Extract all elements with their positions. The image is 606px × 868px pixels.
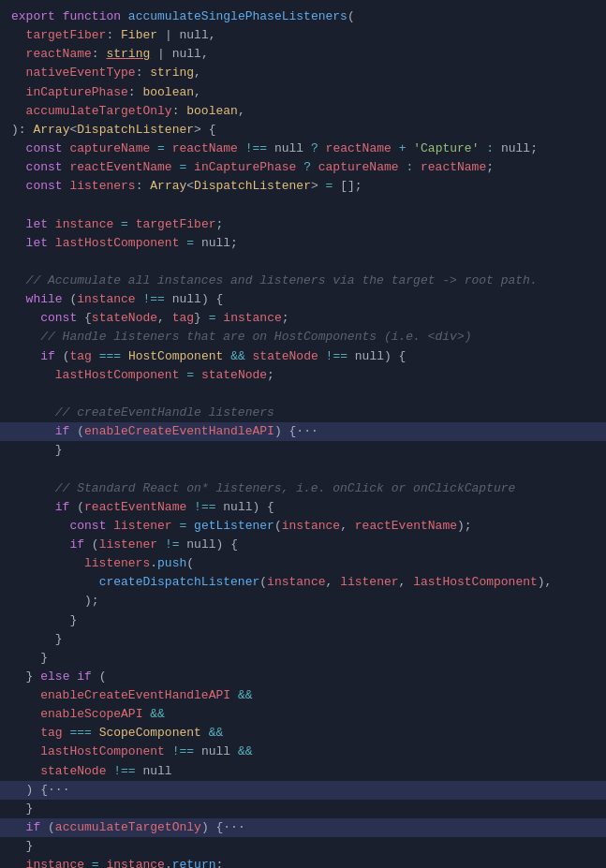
code-line-41: stateNode !== null	[0, 762, 606, 781]
code-line-14	[0, 253, 606, 272]
code-line-25	[0, 460, 606, 478]
code-line-45: }	[0, 837, 606, 856]
code-line-44: if (accumulateTargetOnly) {···	[0, 818, 606, 837]
code-line-24: }	[0, 441, 606, 460]
code-line-32: );	[0, 592, 606, 611]
code-line-12: let instance = targetFiber;	[0, 215, 606, 234]
code-line-2: targetFiber: Fiber | null,	[0, 26, 606, 45]
code-line-18: // Handle listeners that are on HostComp…	[0, 328, 606, 346]
code-line-20: lastHostComponent = stateNode;	[0, 366, 606, 385]
code-line-42: ) {···	[0, 781, 606, 800]
code-line-31: createDispatchListener(instance, listene…	[0, 573, 606, 592]
code-line-28: const listener = getListener(instance, r…	[0, 517, 606, 536]
code-line-34: }	[0, 630, 606, 649]
code-line-26: // Standard React on* listeners, i.e. on…	[0, 479, 606, 498]
code-line-1: export function accumulateSinglePhaseLis…	[0, 7, 606, 26]
code-line-35: }	[0, 649, 606, 668]
code-line-7: ): Array<DispatchListener> {	[0, 121, 606, 140]
code-line-36: } else if (	[0, 668, 606, 686]
code-line-23: if (enableCreateEventHandleAPI) {···	[0, 422, 606, 441]
code-line-37: enableCreateEventHandleAPI &&	[0, 686, 606, 705]
code-line-33: }	[0, 611, 606, 630]
code-line-22: // createEventHandle listeners	[0, 404, 606, 422]
code-line-46: instance = instance.return;	[0, 856, 606, 868]
code-line-19: if (tag === HostComponent && stateNode !…	[0, 347, 606, 366]
code-line-29: if (listener != null) {	[0, 536, 606, 554]
code-line-9: const reactEventName = inCapturePhase ? …	[0, 158, 606, 177]
code-line-15: // Accumulate all instances and listener…	[0, 272, 606, 290]
code-editor: export function accumulateSinglePhaseLis…	[0, 0, 606, 868]
code-line-4: nativeEventType: string,	[0, 64, 606, 82]
code-line-17: const {stateNode, tag} = instance;	[0, 309, 606, 328]
code-line-6: accumulateTargetOnly: boolean,	[0, 102, 606, 121]
code-line-11	[0, 196, 606, 214]
code-line-30: listeners.push(	[0, 554, 606, 573]
code-line-3: reactName: string | null,	[0, 45, 606, 64]
code-line-21	[0, 385, 606, 404]
code-line-39: tag === ScopeComponent &&	[0, 724, 606, 743]
code-line-16: while (instance !== null) {	[0, 290, 606, 309]
code-line-8: const captureName = reactName !== null ?…	[0, 140, 606, 158]
code-line-40: lastHostComponent !== null &&	[0, 743, 606, 761]
code-line-10: const listeners: Array<DispatchListener>…	[0, 177, 606, 196]
code-line-13: let lastHostComponent = null;	[0, 234, 606, 253]
code-line-43: }	[0, 800, 606, 818]
code-line-5: inCapturePhase: boolean,	[0, 83, 606, 102]
code-line-38: enableScopeAPI &&	[0, 705, 606, 724]
code-line-27: if (reactEventName !== null) {	[0, 498, 606, 517]
